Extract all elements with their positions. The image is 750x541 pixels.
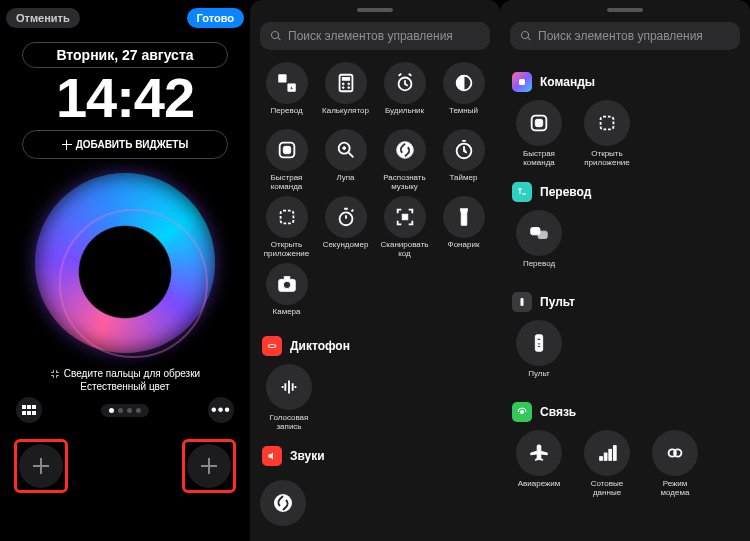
- control-shortcut[interactable]: Быстрая команда: [512, 100, 566, 168]
- add-widgets-button[interactable]: ДОБАВИТЬ ВИДЖЕТЫ: [22, 130, 228, 159]
- svg-rect-35: [613, 446, 616, 461]
- waveform-icon: [278, 376, 300, 398]
- shortcut-icon: [276, 139, 298, 161]
- translate-icon: [528, 222, 550, 244]
- section-title: Диктофон: [290, 339, 350, 353]
- control-magnifier[interactable]: Лупа: [317, 129, 374, 192]
- date-widget[interactable]: Вторник, 27 августа: [22, 42, 228, 68]
- editor-topbar: Отменить Готово: [0, 0, 250, 36]
- control-camera[interactable]: Камера: [258, 263, 315, 326]
- svg-rect-23: [601, 117, 614, 130]
- svg-rect-22: [535, 119, 542, 126]
- wallpaper-preview[interactable]: [0, 163, 250, 363]
- style-grid-button[interactable]: [16, 397, 42, 423]
- section-translate: Перевод Перевод: [500, 172, 750, 282]
- translate-icon: [276, 72, 298, 94]
- add-widgets-label: ДОБАВИТЬ ВИДЖЕТЫ: [76, 139, 189, 150]
- controls-gallery-by-app: Поиск элементов управления Команды Быстр…: [500, 0, 750, 541]
- right-action-slot[interactable]: [182, 439, 236, 493]
- ellipsis-icon: •••: [211, 402, 231, 418]
- control-open-app[interactable]: Открыть приложение: [580, 100, 634, 168]
- control-translate[interactable]: Перевод: [512, 210, 566, 278]
- svg-point-28: [538, 338, 541, 341]
- done-button[interactable]: Готово: [187, 8, 244, 28]
- controls-gallery-all: Поиск элементов управления Перевод Кальк…: [250, 0, 500, 541]
- svg-point-5: [347, 87, 349, 89]
- cancel-button[interactable]: Отменить: [6, 8, 80, 28]
- control-translate[interactable]: Перевод: [258, 62, 315, 125]
- left-action-slot[interactable]: [14, 439, 68, 493]
- voicememos-app-icon: [262, 336, 282, 356]
- shazam-icon: [394, 139, 416, 161]
- alarm-icon: [394, 72, 416, 94]
- qr-scan-icon: [394, 206, 416, 228]
- svg-rect-20: [519, 79, 525, 85]
- control-stopwatch[interactable]: Секундомер: [317, 196, 374, 259]
- hotspot-icon: [664, 442, 686, 464]
- calculator-icon: [335, 72, 357, 94]
- control-flashlight[interactable]: Фонарик: [435, 196, 492, 259]
- svg-point-3: [347, 83, 349, 85]
- control-alarm[interactable]: Будильник: [376, 62, 433, 125]
- section-title: Перевод: [540, 185, 591, 199]
- search-icon: [270, 30, 282, 42]
- svg-rect-1: [342, 78, 349, 81]
- open-app-icon: [276, 206, 298, 228]
- svg-rect-26: [521, 298, 524, 306]
- svg-rect-33: [604, 453, 607, 460]
- svg-rect-30: [537, 346, 541, 348]
- section-remote: Пульт Пульт: [500, 282, 750, 392]
- time-display[interactable]: 14:42: [0, 70, 250, 126]
- section-title: Пульт: [540, 295, 575, 309]
- control-personal-hotspot[interactable]: Режим модема: [648, 430, 702, 498]
- svg-rect-32: [600, 457, 603, 461]
- svg-point-14: [339, 212, 352, 225]
- magnifier-icon: [335, 139, 357, 161]
- grid-icon: [22, 405, 36, 415]
- search-icon: [520, 30, 532, 42]
- editor-bottom-row: •••: [0, 393, 250, 427]
- open-app-icon: [596, 112, 618, 134]
- control-voice-memo[interactable]: Голосовая запись: [262, 364, 316, 432]
- sheet-grabber[interactable]: [607, 8, 643, 12]
- search-input[interactable]: Поиск элементов управления: [260, 22, 490, 50]
- shortcuts-app-icon: [512, 72, 532, 92]
- control-scan-code[interactable]: Сканировать код: [376, 196, 433, 259]
- page-indicator[interactable]: [101, 404, 149, 417]
- section-title: Связь: [540, 405, 576, 419]
- svg-point-4: [342, 87, 344, 89]
- control-cellular-data[interactable]: Сотовые данные: [580, 430, 634, 498]
- translate-app-icon: [512, 182, 532, 202]
- control-dark-mode[interactable]: Темный: [435, 62, 492, 125]
- control-airplane-mode[interactable]: Авиарежим: [512, 430, 566, 498]
- wallpaper-ring-graphic: [35, 173, 215, 353]
- control-shazam-sounds[interactable]: [260, 480, 306, 526]
- plus-icon: [201, 458, 217, 474]
- svg-rect-34: [609, 449, 612, 460]
- section-voicememos: Диктофон Голосовая запись: [250, 326, 500, 436]
- connectivity-app-icon: [512, 402, 532, 422]
- quick-action-slots: [0, 427, 250, 493]
- controls-grid: Перевод Калькулятор Будильник Темный Быс…: [250, 62, 500, 326]
- plus-icon: [62, 140, 72, 150]
- control-remote[interactable]: Пульт: [512, 320, 566, 388]
- svg-rect-25: [538, 231, 547, 238]
- control-open-app[interactable]: Открыть приложение: [258, 196, 315, 259]
- control-shortcut[interactable]: Быстрая команда: [258, 129, 315, 192]
- search-input[interactable]: Поиск элементов управления: [510, 22, 740, 50]
- sheet-grabber[interactable]: [357, 8, 393, 12]
- flashlight-icon: [453, 206, 475, 228]
- control-calculator[interactable]: Калькулятор: [317, 62, 374, 125]
- section-connectivity: Связь Авиарежим Сотовые данные Режим мод…: [500, 392, 750, 502]
- dark-mode-icon: [453, 72, 475, 94]
- svg-rect-13: [280, 211, 293, 224]
- svg-rect-18: [284, 277, 290, 281]
- lockscreen-editor: Отменить Готово Вторник, 27 августа 14:4…: [0, 0, 250, 541]
- section-title: Звуки: [290, 449, 325, 463]
- section-title: Команды: [540, 75, 595, 89]
- control-timer[interactable]: Таймер: [435, 129, 492, 192]
- remote-icon: [528, 332, 550, 354]
- control-shazam[interactable]: Распознать музыку: [376, 129, 433, 192]
- more-button[interactable]: •••: [208, 397, 234, 423]
- cellular-icon: [596, 442, 618, 464]
